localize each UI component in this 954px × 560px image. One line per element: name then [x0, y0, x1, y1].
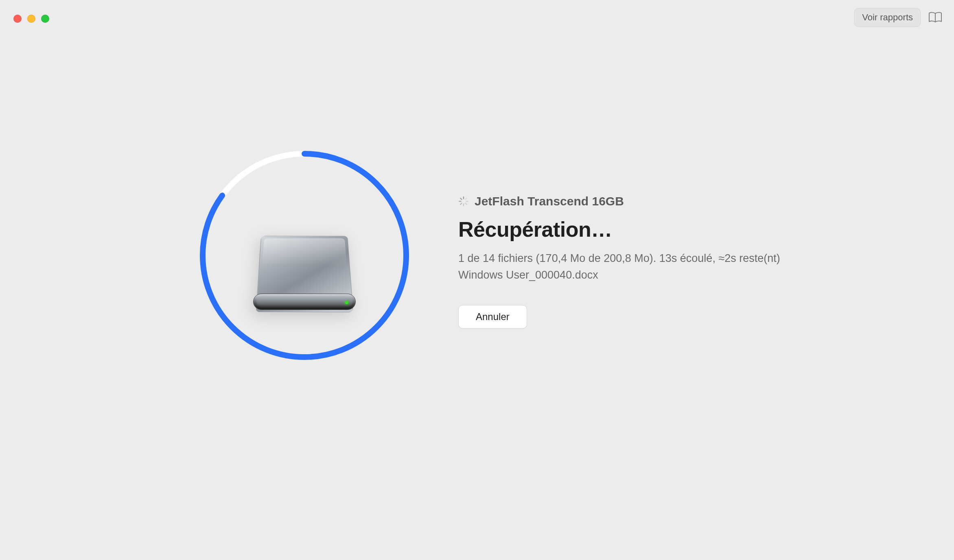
- minimize-window-button[interactable]: [27, 15, 35, 23]
- progress-indicator: [199, 150, 409, 360]
- main-content: JetFlash Transcend 16GB Récupération… 1 …: [199, 150, 780, 360]
- view-reports-button[interactable]: Voir rapports: [854, 8, 921, 27]
- device-name: JetFlash Transcend 16GB: [475, 194, 624, 208]
- help-book-icon[interactable]: [928, 10, 943, 25]
- svg-line-8: [460, 203, 462, 205]
- fullscreen-window-button[interactable]: [41, 15, 49, 23]
- status-text: 1 de 14 fichiers (170,4 Mo de 200,8 Mo).…: [458, 252, 780, 265]
- top-toolbar: Voir rapports: [854, 8, 943, 27]
- window-controls: [13, 15, 49, 23]
- operation-title: Récupération…: [458, 217, 612, 242]
- svg-line-9: [466, 198, 467, 199]
- cancel-button[interactable]: Annuler: [458, 305, 527, 329]
- device-row: JetFlash Transcend 16GB: [458, 194, 624, 208]
- info-panel: JetFlash Transcend 16GB Récupération… 1 …: [458, 194, 780, 329]
- current-file: Windows User_000040.docx: [458, 269, 598, 281]
- close-window-button[interactable]: [13, 15, 22, 23]
- svg-line-5: [466, 203, 467, 205]
- spinner-icon: [458, 196, 469, 207]
- svg-line-4: [460, 198, 462, 199]
- drive-icon: [252, 198, 357, 312]
